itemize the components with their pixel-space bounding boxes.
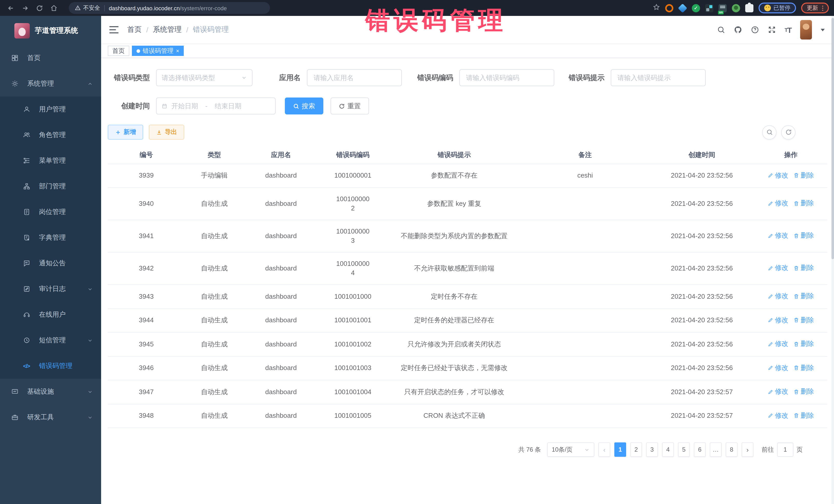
browser-menu-icon[interactable] [822,5,823,10]
edit-link[interactable]: 修改 [768,339,788,349]
export-button[interactable]: 导出 [149,125,184,139]
page-button-8[interactable]: 8 [726,442,738,457]
app-logo[interactable]: 芋道管理系统 [0,16,101,45]
browser-reload-icon[interactable] [34,2,45,14]
pencil-icon [768,201,773,206]
address-bar[interactable]: 不安全 dashboard.yudao.iocoder.cn/system/er… [69,2,270,14]
edit-link[interactable]: 修改 [768,231,788,240]
error-type-select[interactable]: 请选择错误码类型 [156,69,253,86]
edit-link[interactable]: 修改 [768,315,788,325]
error-msg-input[interactable] [611,69,706,86]
extension-icon-check[interactable]: ✓ [692,4,700,12]
extension-icon-grid[interactable] [705,4,714,12]
sidebar-item-研发工具[interactable]: 研发工具 [0,404,101,430]
sidebar-item-用户管理[interactable]: 用户管理 [0,96,101,122]
sidebar-item-审计日志[interactable]: 审计日志 [0,276,101,302]
sidebar-item-短信管理[interactable]: 短信管理 [0,327,101,353]
sidebar-item-在线用户[interactable]: 在线用户 [0,302,101,327]
page-button-3[interactable]: 3 [646,442,658,457]
delete-link[interactable]: 删除 [793,199,814,208]
comment-icon [23,259,30,267]
date-range-picker[interactable]: 开始日期 - 结束日期 [156,97,276,114]
delete-link[interactable]: 删除 [793,363,814,372]
sidebar-item-角色管理[interactable]: 角色管理 [0,122,101,148]
sidebar-item-部门管理[interactable]: 部门管理 [0,174,101,199]
toggle-search-icon[interactable] [762,125,776,139]
help-icon[interactable] [751,26,759,34]
delete-link[interactable]: 删除 [793,291,814,301]
delete-link[interactable]: 删除 [793,339,814,349]
breadcrumb-system[interactable]: 系统管理 [153,25,182,35]
cell-type: 自动生成 [185,285,244,308]
app-name-input[interactable] [307,69,402,86]
page-button-1[interactable]: 1 [614,442,626,457]
error-code-input-field[interactable] [465,73,549,82]
search-button[interactable]: 搜索 [285,97,323,114]
browser-home-icon[interactable] [48,2,60,14]
sidebar-item-字典管理[interactable]: 字典管理 [0,225,101,250]
delete-link[interactable]: 删除 [793,264,814,273]
profile-paused-pill[interactable]: 已暂停 [759,3,796,13]
github-icon[interactable] [734,26,742,34]
scrollbar-thumb[interactable] [831,18,834,259]
font-size-icon[interactable]: TT [785,25,791,34]
tag-error-code[interactable]: 错误码管理× [132,46,184,56]
security-label: 不安全 [83,4,100,12]
refresh-table-icon[interactable] [781,125,795,139]
next-page-button[interactable]: › [742,442,753,457]
user-menu-caret-icon[interactable] [821,28,825,31]
app-name-input-field[interactable] [312,73,396,82]
add-button[interactable]: 新增 [108,125,143,139]
extension-icon-gem[interactable] [678,3,687,13]
edit-link[interactable]: 修改 [768,264,788,273]
page-button-5[interactable]: 5 [678,442,690,457]
collapse-menu-icon[interactable] [109,26,118,34]
edit-link[interactable]: 修改 [768,411,788,420]
page-ellipsis-button[interactable]: … [710,442,722,457]
delete-link[interactable]: 删除 [793,411,814,420]
extension-icon-ring[interactable] [665,4,673,12]
reset-button[interactable]: 重置 [331,97,369,114]
browser-forward-icon[interactable] [20,2,31,14]
sidebar-item-通知公告[interactable]: 通知公告 [0,250,101,276]
sidebar-item-基础设施[interactable]: 基础设施 [0,379,101,404]
error-code-input[interactable] [459,69,554,86]
delete-link[interactable]: 删除 [793,315,814,325]
sidebar-item-岗位管理[interactable]: 岗位管理 [0,199,101,225]
delete-link[interactable]: 删除 [793,171,814,180]
cell-actions: 修改删除 [754,404,827,428]
page-button-6[interactable]: 6 [694,442,706,457]
sidebar-item-菜单管理[interactable]: 菜单管理 [0,148,101,174]
edit-link[interactable]: 修改 [768,171,788,180]
bookmark-star-icon[interactable] [653,3,660,13]
header-search-icon[interactable] [717,26,725,34]
breadcrumb-home[interactable]: 首页 [127,25,142,35]
extension-icon-spy[interactable] [732,4,740,12]
extension-icon-switch[interactable]: on [719,4,727,12]
browser-back-icon[interactable] [5,2,17,14]
cell-type: 自动生成 [185,308,244,332]
edit-link[interactable]: 修改 [768,363,788,372]
page-scrollbar[interactable] [831,16,834,504]
tag-home[interactable]: 首页 [108,46,129,56]
edit-link[interactable]: 修改 [768,291,788,301]
edit-link[interactable]: 修改 [768,387,788,396]
extensions-puzzle-icon[interactable] [745,4,753,12]
sidebar-item-系统管理[interactable]: 系统管理 [0,71,101,96]
prev-page-button[interactable]: ‹ [598,442,610,457]
sidebar-item-首页[interactable]: 首页 [0,45,101,71]
delete-link[interactable]: 删除 [793,231,814,240]
page-button-4[interactable]: 4 [662,442,674,457]
browser-update-button[interactable]: 更新 [801,3,829,13]
goto-page-input[interactable] [777,442,793,457]
error-msg-input-field[interactable] [616,73,700,82]
user-avatar[interactable] [800,20,812,40]
page-size-select[interactable]: 10条/页 [547,442,594,457]
sidebar-item-错误码管理[interactable]: </>错误码管理 [0,353,101,379]
edit-link[interactable]: 修改 [768,199,788,208]
page-button-2[interactable]: 2 [630,442,642,457]
close-tag-icon[interactable]: × [176,48,179,53]
delete-link[interactable]: 删除 [793,387,814,396]
fullscreen-icon[interactable] [768,26,776,34]
column-header: 创建时间 [649,146,754,164]
